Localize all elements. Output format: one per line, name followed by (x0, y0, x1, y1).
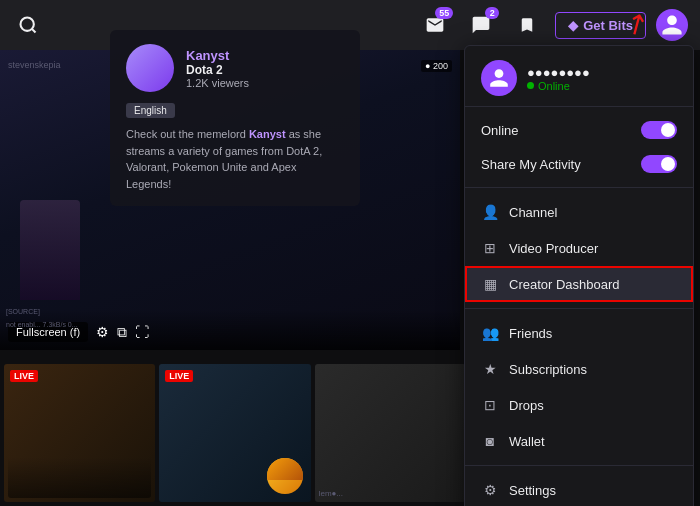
dropdown-user-info: ●●●●●●●● Online (527, 65, 677, 92)
live-badge-2: LIVE (165, 370, 193, 382)
fullscreen-icon[interactable]: ⛶ (135, 324, 149, 340)
streamer-game: Dota 2 (186, 63, 249, 77)
svg-line-1 (32, 29, 36, 33)
bottom-thumbnails-row: LIVE LIVE lem●... (0, 360, 470, 506)
video-producer-menu-item[interactable]: ⊞ Video Producer (465, 230, 693, 266)
social-section: 👥 Friends ★ Subscriptions ⊡ Drops ◙ Wall… (465, 309, 693, 466)
creator-dashboard-label: Creator Dashboard (509, 277, 677, 292)
share-activity-label: Share My Activity (481, 157, 581, 172)
notifications-badge: 55 (435, 7, 453, 19)
streamer-info: Kanyst Dota 2 1.2K viewers (186, 48, 249, 89)
drops-icon: ⊡ (481, 396, 499, 414)
messages-badge: 2 (485, 7, 499, 19)
channel-label: Channel (509, 205, 677, 220)
dropdown-avatar (481, 60, 517, 96)
online-toggle-row[interactable]: Online (465, 113, 693, 147)
video-producer-label: Video Producer (509, 241, 677, 256)
channel-menu-item[interactable]: 👤 Channel (465, 194, 693, 230)
streamer-avatar (126, 44, 174, 92)
settings-icon[interactable]: ⚙ (96, 324, 109, 340)
settings-label: Settings (509, 483, 677, 498)
get-bits-icon: ◆ (568, 18, 578, 33)
streamer-description: Check out the memelord Kanyst as she str… (126, 126, 344, 192)
nav-left (12, 9, 44, 41)
svg-point-0 (21, 18, 34, 31)
streamer-name: Kanyst (186, 48, 249, 63)
wallet-label: Wallet (509, 434, 677, 449)
get-bits-label: Get Bits (583, 18, 633, 33)
wallet-icon: ◙ (481, 432, 499, 450)
nav-right: 55 2 ◆ Get Bits (417, 7, 688, 43)
friends-icon: 👥 (481, 324, 499, 342)
drops-label: Drops (509, 398, 677, 413)
online-label: Online (481, 123, 519, 138)
pip-icon[interactable]: ⧉ (117, 324, 127, 341)
online-toggle[interactable] (641, 121, 677, 139)
wallet-menu-item[interactable]: ◙ Wallet (465, 423, 693, 459)
share-activity-toggle[interactable] (641, 155, 677, 173)
streamer-tooltip: Kanyst Dota 2 1.2K viewers English Check… (110, 30, 360, 206)
settings-menu-item[interactable]: ⚙ Settings (465, 472, 693, 506)
creator-dashboard-icon: ▦ (481, 275, 499, 293)
video-producer-icon: ⊞ (481, 239, 499, 257)
share-activity-toggle-row[interactable]: Share My Activity (465, 147, 693, 181)
settings-section: ⚙ Settings 🌐 Language › ☽ Dark Theme ⊙ L… (465, 466, 693, 506)
subscriptions-label: Subscriptions (509, 362, 677, 377)
streamer-header: Kanyst Dota 2 1.2K viewers (126, 44, 344, 92)
search-button[interactable] (12, 9, 44, 41)
bottom-thumb-2[interactable]: LIVE (159, 364, 310, 502)
dropdown-username: ●●●●●●●● (527, 65, 677, 80)
settings-icon: ⚙ (481, 481, 499, 499)
channel-icon: 👤 (481, 203, 499, 221)
dropdown-user-header: ●●●●●●●● Online (465, 46, 693, 107)
subscriptions-menu-item[interactable]: ★ Subscriptions (465, 351, 693, 387)
bottom-thumb-1[interactable]: LIVE (4, 364, 155, 502)
user-dropdown-menu: ●●●●●●●● Online Online Share My Activity… (464, 45, 694, 506)
live-badge-1: LIVE (10, 370, 38, 382)
get-bits-button[interactable]: ◆ Get Bits (555, 12, 646, 39)
dropdown-status: Online (527, 80, 677, 92)
main-content: 55 2 ◆ Get Bits (0, 0, 700, 506)
friends-label: Friends (509, 326, 677, 341)
bottom-thumb-3[interactable]: lem●... (315, 364, 466, 502)
creator-dashboard-menu-item[interactable]: ▦ Creator Dashboard (465, 266, 693, 302)
status-label: Online (538, 80, 570, 92)
language-badge: English (126, 103, 175, 118)
friends-menu-item[interactable]: 👥 Friends (465, 315, 693, 351)
subscriptions-icon: ★ (481, 360, 499, 378)
messages-button[interactable]: 2 (463, 7, 499, 43)
channel-section: 👤 Channel ⊞ Video Producer ▦ Creator Das… (465, 188, 693, 309)
user-avatar-button[interactable] (656, 9, 688, 41)
bookmark-button[interactable] (509, 7, 545, 43)
toggles-section: Online Share My Activity (465, 107, 693, 188)
streamer-viewers: 1.2K viewers (186, 77, 249, 89)
drops-menu-item[interactable]: ⊡ Drops (465, 387, 693, 423)
status-dot (527, 82, 534, 89)
notifications-button[interactable]: 55 (417, 7, 453, 43)
